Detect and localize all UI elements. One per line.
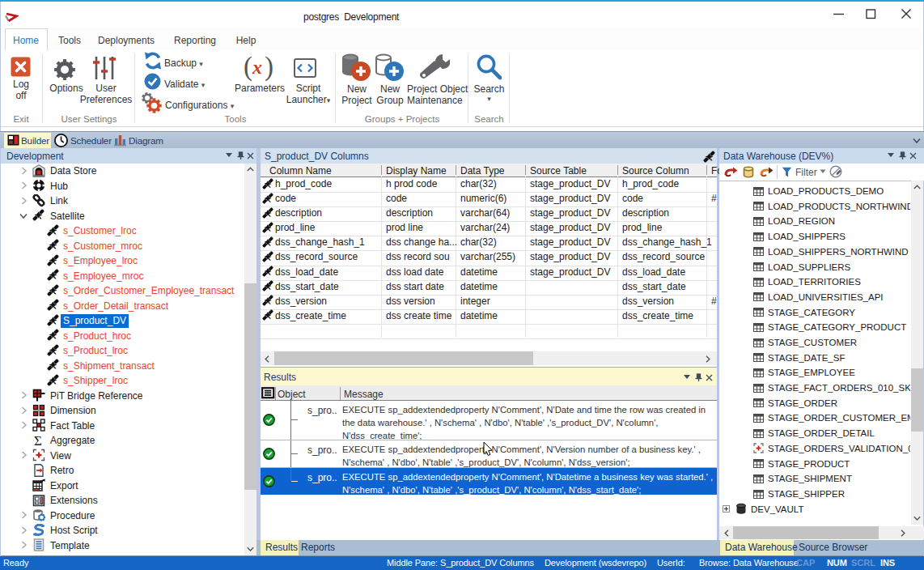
svg-text:Σ: Σ	[34, 434, 42, 447]
